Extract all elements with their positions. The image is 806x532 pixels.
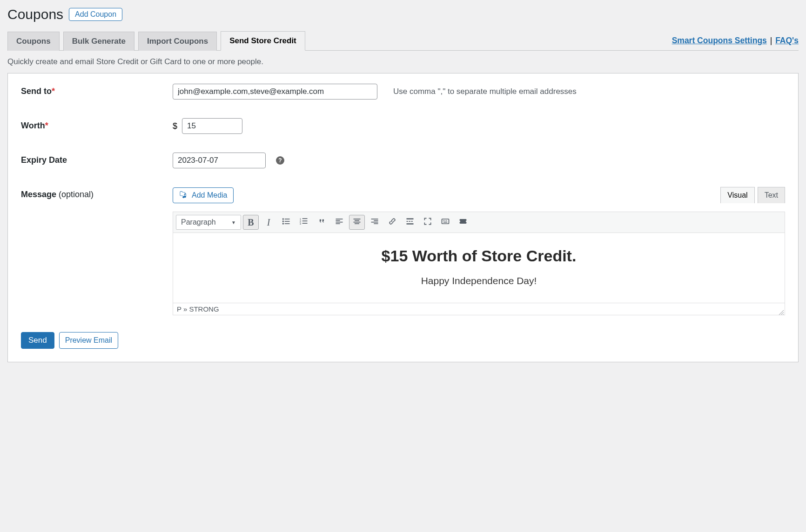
add-coupon-button[interactable]: Add Coupon	[69, 8, 122, 21]
svg-rect-32	[446, 220, 447, 221]
bulleted-list-icon	[282, 217, 291, 228]
read-more-icon	[405, 217, 415, 228]
align-center-icon	[352, 217, 362, 228]
align-right-button[interactable]	[367, 215, 383, 230]
tab-bulk-generate[interactable]: Bulk Generate	[63, 32, 134, 51]
svg-rect-11	[302, 223, 308, 224]
preview-email-button[interactable]: Preview Email	[59, 332, 118, 349]
svg-point-2	[282, 220, 284, 222]
link-faq[interactable]: FAQ's	[775, 36, 799, 45]
svg-rect-7	[302, 218, 308, 219]
required-mark: *	[45, 121, 48, 130]
worth-label: Worth*	[21, 118, 173, 131]
svg-rect-16	[354, 219, 361, 219]
svg-point-0	[282, 218, 284, 219]
svg-point-4	[282, 223, 284, 224]
message-label: Message (optional)	[21, 187, 173, 200]
tab-bar: Coupons Bulk Generate Import Coupons Sen…	[7, 31, 799, 51]
svg-rect-30	[443, 220, 444, 221]
link-icon	[388, 217, 397, 228]
svg-rect-27	[411, 221, 413, 222]
editor-toolbar: Paragraph B I 123	[173, 212, 785, 233]
svg-rect-24	[407, 218, 414, 219]
align-right-icon	[370, 217, 379, 228]
svg-rect-18	[354, 221, 361, 222]
align-center-button[interactable]	[349, 215, 365, 230]
svg-rect-15	[336, 223, 340, 224]
svg-rect-29	[442, 219, 449, 224]
svg-rect-20	[371, 219, 378, 219]
svg-rect-23	[374, 223, 378, 224]
quote-icon	[317, 217, 326, 228]
send-to-label: Send to*	[21, 84, 173, 96]
svg-rect-17	[355, 220, 359, 221]
svg-rect-9	[302, 220, 308, 221]
resize-handle-icon[interactable]	[778, 308, 784, 314]
svg-rect-1	[285, 219, 290, 219]
insert-more-button[interactable]	[402, 215, 418, 230]
svg-rect-13	[336, 220, 340, 221]
page-title: Coupons	[7, 7, 63, 22]
editor-tab-visual[interactable]: Visual	[720, 187, 754, 203]
send-to-help: Use comma "," to separate multiple email…	[393, 87, 577, 96]
bold-button[interactable]: B	[243, 215, 259, 230]
svg-rect-3	[285, 221, 290, 222]
format-select[interactable]: Paragraph	[176, 215, 241, 230]
editor: Paragraph B I 123	[173, 212, 785, 315]
toolbar-toggle-button[interactable]	[437, 215, 453, 230]
editor-tab-text[interactable]: Text	[758, 187, 785, 203]
add-media-button[interactable]: Add Media	[173, 187, 234, 203]
camera-music-icon	[179, 190, 188, 201]
tab-send-store-credit[interactable]: Send Store Credit	[221, 31, 305, 51]
svg-rect-12	[336, 219, 343, 219]
italic-button[interactable]: I	[261, 215, 276, 230]
coupon-shortcode-button[interactable]	[455, 215, 471, 230]
svg-rect-28	[407, 223, 414, 225]
svg-rect-22	[371, 221, 378, 222]
link-smart-coupons-settings[interactable]: Smart Coupons Settings	[672, 36, 767, 45]
editor-line2: Happy Independence Day!	[179, 275, 779, 286]
expiry-label: Expiry Date	[21, 153, 173, 165]
bulleted-list-button[interactable]	[278, 215, 294, 230]
fullscreen-icon	[423, 217, 432, 228]
align-left-button[interactable]	[331, 215, 347, 230]
worth-input[interactable]	[182, 118, 242, 134]
settings-links: Smart Coupons Settings | FAQ's	[672, 32, 799, 50]
svg-rect-5	[285, 223, 290, 224]
align-left-icon	[335, 217, 344, 228]
optional-text: (optional)	[59, 190, 94, 199]
store-credit-panel: Send to* Use comma "," to separate multi…	[7, 73, 799, 362]
svg-rect-21	[374, 220, 378, 221]
editor-line1: $15 Worth of Store Credit.	[179, 247, 779, 265]
expiry-date-input[interactable]	[173, 153, 266, 168]
svg-rect-25	[407, 221, 408, 222]
editor-content[interactable]: $15 Worth of Store Credit. Happy Indepen…	[173, 233, 785, 303]
svg-rect-14	[336, 221, 343, 222]
tab-import-coupons[interactable]: Import Coupons	[138, 32, 217, 51]
currency-symbol: $	[173, 121, 177, 131]
ticket-icon	[458, 217, 468, 228]
fullscreen-button[interactable]	[420, 215, 436, 230]
numbered-list-button[interactable]: 123	[296, 215, 312, 230]
svg-rect-31	[444, 220, 445, 221]
svg-rect-19	[355, 223, 359, 224]
keyboard-icon	[441, 217, 450, 228]
svg-rect-26	[409, 221, 410, 222]
help-icon[interactable]: ?	[276, 156, 284, 165]
send-button[interactable]: Send	[21, 332, 54, 349]
link-separator: |	[768, 36, 774, 45]
send-to-input[interactable]	[173, 84, 377, 100]
tab-coupons[interactable]: Coupons	[7, 32, 60, 51]
intro-text: Quickly create and email Store Credit or…	[7, 57, 799, 66]
blockquote-button[interactable]	[314, 215, 329, 230]
editor-path: P » STRONG	[177, 305, 219, 313]
required-mark: *	[52, 86, 55, 96]
svg-text:3: 3	[300, 222, 301, 225]
numbered-list-icon: 123	[299, 217, 309, 228]
editor-path-bar: P » STRONG	[173, 303, 785, 315]
svg-rect-33	[443, 221, 447, 222]
link-button[interactable]	[384, 215, 400, 230]
